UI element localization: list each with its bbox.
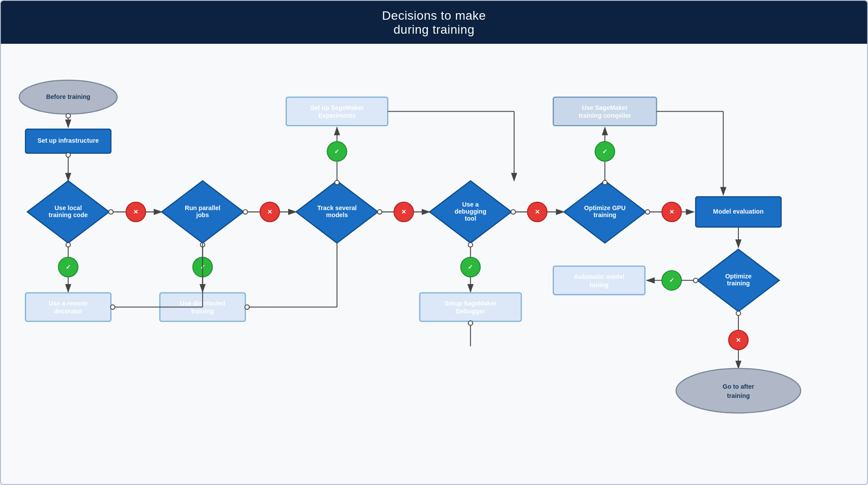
connector-circle-debug-no xyxy=(511,210,515,214)
set-up-infra-label: Set up infrastructure xyxy=(38,137,99,144)
connector-circle-track-no xyxy=(378,210,382,214)
debug-label1: Use a xyxy=(462,201,479,208)
go-after-oval xyxy=(676,369,801,413)
remote-decorator-rect xyxy=(25,293,111,321)
connector-circle-debug-yes xyxy=(468,242,473,247)
sagemaker-compiler-label1: Use SageMaker xyxy=(582,104,628,111)
flowchart-svg: Before training Set up infrastructure Us… xyxy=(1,44,867,484)
distributed-label2: training xyxy=(191,308,214,315)
sagemaker-debugger-label2: Debugger xyxy=(456,308,485,315)
sagemaker-experiments-rect xyxy=(286,97,388,126)
connector-circle-local-no xyxy=(109,210,113,214)
sagemaker-experiments-label1: Set up SageMaker xyxy=(310,104,364,111)
header-line2: during training xyxy=(394,23,475,36)
debug-label3: tool xyxy=(465,215,476,222)
check-icon-debug: ✓ xyxy=(468,264,473,271)
debug-label2: debugging xyxy=(455,208,487,215)
track-models-label1: Track several xyxy=(317,204,356,211)
go-after-label1: Go to after xyxy=(723,383,754,390)
sagemaker-experiments-label2: Experiments xyxy=(318,112,356,119)
connector-circle-dist xyxy=(245,305,249,309)
sagemaker-debugger-rect xyxy=(420,293,521,321)
auto-tuning-rect xyxy=(553,266,645,295)
auto-tuning-label2: tuning xyxy=(589,281,608,288)
connector-circle-remote xyxy=(110,305,115,309)
connector-circle-1 xyxy=(66,114,71,118)
x-icon-gpu: ✕ xyxy=(669,208,674,215)
optimize-gpu-label2: training xyxy=(593,211,616,218)
auto-tuning-label1: Automatic model xyxy=(574,273,624,280)
optimize-gpu-label1: Optimize GPU xyxy=(584,204,626,211)
x-icon-optimize: ✕ xyxy=(736,337,741,344)
sagemaker-compiler-label2: training compiiler xyxy=(579,112,632,119)
track-models-label2: models xyxy=(326,211,348,218)
connector-circle-debugger xyxy=(468,321,473,325)
go-after-label2: training xyxy=(727,392,750,399)
sagemaker-compiler-rect xyxy=(553,97,656,126)
connector-circle-optimize-no xyxy=(736,311,741,316)
page-wrapper: Decisions to make during training Before… xyxy=(0,0,868,485)
use-local-label2: training code xyxy=(49,211,88,218)
x-icon-parallel: ✕ xyxy=(267,208,272,215)
x-icon-local: ✕ xyxy=(133,208,138,215)
optimize-training-label2: training xyxy=(727,280,750,287)
page-header: Decisions to make during training xyxy=(1,1,867,44)
diagram-area: Before training Set up infrastructure Us… xyxy=(1,44,867,484)
connector-circle-track-yes xyxy=(335,180,339,185)
x-icon-debug: ✕ xyxy=(535,208,540,215)
use-local-label1: Use local xyxy=(54,204,81,211)
connector-circle-gpu-no xyxy=(646,210,650,214)
check-icon-gpu: ✓ xyxy=(602,148,607,155)
x-icon-track: ✕ xyxy=(401,208,406,215)
remote-decorator-label1: Use a remote xyxy=(49,300,88,307)
connector-circle-parallel-no xyxy=(243,210,247,214)
check-icon-optimize: ✓ xyxy=(669,277,674,284)
model-evaluation-label: Model evaluation xyxy=(713,208,763,215)
remote-decorator-label2: decorator xyxy=(54,308,83,315)
connector-circle-gpu-yes xyxy=(603,180,607,185)
check-icon-track: ✓ xyxy=(334,148,339,155)
optimize-training-label1: Optimize xyxy=(725,273,752,280)
check-icon-local: ✓ xyxy=(66,264,71,271)
run-parallel-label2: jobs xyxy=(196,211,209,218)
before-training-label: Before training xyxy=(46,93,90,100)
header-line1: Decisions to make xyxy=(382,9,486,22)
connector-circle-local-yes xyxy=(66,242,71,247)
sagemaker-debugger-label1: Setup SageMaker xyxy=(445,300,497,307)
run-parallel-label1: Run parallel xyxy=(185,204,220,211)
connector-circle-optimize-yes xyxy=(693,278,698,283)
connector-circle-2 xyxy=(66,153,71,157)
